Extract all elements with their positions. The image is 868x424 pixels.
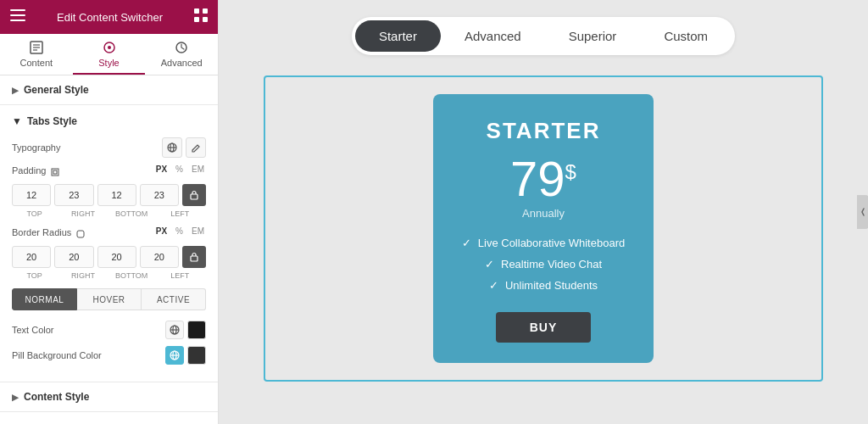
- typography-label: Typography: [12, 142, 60, 153]
- collapse-handle[interactable]: [857, 195, 868, 229]
- padding-unit-em[interactable]: EM: [190, 165, 206, 174]
- padding-top[interactable]: [12, 184, 51, 206]
- label-top: TOP: [12, 209, 57, 218]
- padding-inputs: [12, 184, 206, 206]
- padding-left[interactable]: [140, 184, 179, 206]
- tabs-style-header[interactable]: ▼ Tabs Style: [12, 115, 206, 127]
- check-icon-3: ✓: [489, 279, 498, 292]
- typography-globe-btn[interactable]: [162, 137, 182, 158]
- border-radius-label-row: Border Radius PX % EM: [12, 226, 206, 239]
- pricing-card: STARTER 79$ Annually ✓ Live Collaborativ…: [433, 94, 654, 363]
- tab-style[interactable]: Style: [73, 34, 146, 75]
- switcher-tab-custom[interactable]: Custom: [640, 20, 732, 52]
- svg-rect-18: [53, 170, 57, 174]
- general-style-arrow: ▶: [12, 86, 19, 95]
- pill-bg-color-swatch[interactable]: [187, 346, 206, 365]
- panel-header: Edit Content Switcher: [0, 0, 218, 34]
- content-style-label: Content Style: [24, 391, 89, 403]
- br-left[interactable]: [140, 246, 179, 268]
- text-color-controls: [165, 321, 206, 339]
- padding-right[interactable]: [54, 184, 93, 206]
- pricing-title: STARTER: [487, 118, 601, 144]
- svg-rect-5: [194, 17, 199, 22]
- content-style-header[interactable]: ▶ Content Style: [0, 382, 218, 412]
- padding-label-row: Padding PX % EM: [12, 165, 206, 177]
- check-icon-1: ✓: [462, 237, 471, 249]
- svg-rect-0: [10, 9, 25, 11]
- br-label-bottom: BOTTOM: [109, 271, 154, 280]
- br-top[interactable]: [12, 246, 51, 268]
- pricing-feature-3: ✓ Unlimited Students: [450, 279, 637, 292]
- border-radius-label: Border Radius: [12, 227, 85, 237]
- typography-edit-btn[interactable]: [186, 137, 206, 158]
- br-unit-pct[interactable]: %: [174, 226, 185, 236]
- border-radius-units: PX % EM: [154, 226, 206, 236]
- typography-controls: [162, 137, 206, 158]
- tab-advanced[interactable]: Advanced: [145, 34, 218, 75]
- pricing-price: 79$: [510, 154, 576, 204]
- feature-3-label: Unlimited Students: [505, 279, 598, 292]
- pill-bg-color-label: Pill Background Color: [12, 350, 102, 360]
- padding-bottom[interactable]: [97, 184, 136, 206]
- pill-bg-globe-btn[interactable]: [165, 346, 184, 365]
- br-input-labels: TOP RIGHT BOTTOM LEFT: [12, 271, 206, 280]
- switcher-tab-advanced[interactable]: Advanced: [441, 20, 545, 52]
- panel-tabs: Content Style Advanced: [0, 34, 218, 75]
- padding-link-btn[interactable]: [182, 184, 206, 206]
- content-style-arrow: ▶: [12, 393, 19, 402]
- padding-input-labels: TOP RIGHT BOTTOM LEFT: [12, 209, 206, 218]
- label-left: LEFT: [158, 209, 203, 218]
- tabs-style-arrow: ▼: [12, 115, 22, 127]
- tab-content[interactable]: Content: [0, 34, 73, 75]
- padding-label: Padding: [12, 165, 59, 176]
- hamburger-icon[interactable]: [10, 9, 25, 25]
- state-normal-btn[interactable]: NORMAL: [12, 288, 77, 310]
- br-label-right: RIGHT: [60, 271, 105, 280]
- state-hover-btn[interactable]: HOVER: [77, 288, 142, 310]
- svg-rect-1: [10, 14, 25, 16]
- general-style-label: General Style: [24, 84, 89, 96]
- padding-unit-px[interactable]: PX: [154, 165, 169, 174]
- br-link-btn[interactable]: [182, 246, 206, 268]
- br-label-left: LEFT: [158, 271, 203, 280]
- svg-rect-6: [203, 17, 208, 22]
- state-buttons: NORMAL HOVER ACTIVE: [12, 288, 206, 310]
- text-color-label: Text Color: [12, 325, 54, 335]
- tabs-style-section: ▼ Tabs Style Typography: [0, 105, 218, 382]
- general-style-header[interactable]: ▶ General Style: [0, 75, 218, 105]
- panel-content: ▶ General Style ▼ Tabs Style Typography: [0, 75, 218, 424]
- text-color-swatch[interactable]: [187, 321, 206, 339]
- pill-bg-color-controls: [165, 346, 206, 365]
- svg-rect-3: [194, 8, 199, 14]
- grid-icon[interactable]: [194, 8, 208, 25]
- panel-title: Edit Content Switcher: [57, 11, 163, 24]
- pill-bg-color-row: Pill Background Color: [12, 346, 206, 365]
- br-right[interactable]: [54, 246, 93, 268]
- br-unit-em[interactable]: EM: [190, 226, 206, 236]
- buy-button[interactable]: BUY: [496, 312, 592, 343]
- padding-unit-pct[interactable]: %: [174, 165, 185, 174]
- border-radius-inputs: [12, 246, 206, 268]
- padding-row: Padding PX % EM: [12, 165, 206, 218]
- border-radius-row: Border Radius PX % EM: [12, 226, 206, 280]
- tabs-style-label: Tabs Style: [27, 115, 77, 127]
- pricing-currency: $: [565, 160, 576, 183]
- text-color-globe-btn[interactable]: [165, 321, 184, 339]
- svg-rect-4: [203, 8, 208, 14]
- content-area: STARTER 79$ Annually ✓ Live Collaborativ…: [264, 75, 823, 382]
- br-unit-px[interactable]: PX: [154, 226, 169, 236]
- switcher-tab-superior[interactable]: Superior: [545, 20, 641, 52]
- svg-rect-19: [77, 231, 84, 237]
- typography-row: Typography: [12, 137, 206, 158]
- padding-units: PX % EM: [154, 165, 206, 174]
- pricing-price-value: 79: [510, 151, 565, 206]
- right-panel: Starter Advanced Superior Custom STARTER…: [219, 0, 868, 424]
- state-active-btn[interactable]: ACTIVE: [142, 288, 206, 310]
- feature-1-label: Live Collaborative Whiteboard: [478, 237, 625, 249]
- svg-rect-2: [10, 20, 25, 21]
- label-right: RIGHT: [60, 209, 105, 218]
- svg-point-12: [108, 46, 111, 49]
- label-bottom: BOTTOM: [109, 209, 154, 218]
- br-bottom[interactable]: [97, 246, 136, 268]
- switcher-tab-starter[interactable]: Starter: [355, 20, 441, 52]
